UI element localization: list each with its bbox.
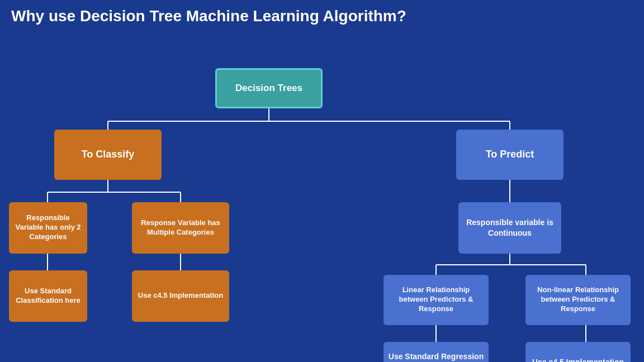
use-std-reg-node: Use Standard Regression Tree (383, 342, 489, 362)
decision-trees-node: Decision Trees (215, 68, 323, 108)
responsible-cont-node: Responsible variable is Continuous (458, 202, 561, 254)
to-classify-node: To Classify (54, 130, 162, 180)
nonlinear-rel-node: Non-linear Relationship between Predicto… (525, 275, 631, 325)
diagram-area: Decision Trees To Classify To Predict Re… (0, 30, 644, 360)
to-predict-node: To Predict (456, 130, 564, 180)
use-std-class-node: Use Standard Classification here (9, 270, 87, 322)
page-title: Why use Decision Tree Machine Learning A… (0, 0, 644, 30)
linear-rel-node: Linear Relationship between Predictors &… (383, 275, 489, 325)
response-multi-node: Response Variable has Multiple Categorie… (132, 202, 229, 254)
use-c45-reg-node: Use c4.5 Implementation (525, 342, 631, 362)
use-c45-class-node: Use c4.5 Implementation (132, 270, 229, 322)
responsible-2cat-node: Responsible Variable has only 2 Categori… (9, 202, 87, 254)
